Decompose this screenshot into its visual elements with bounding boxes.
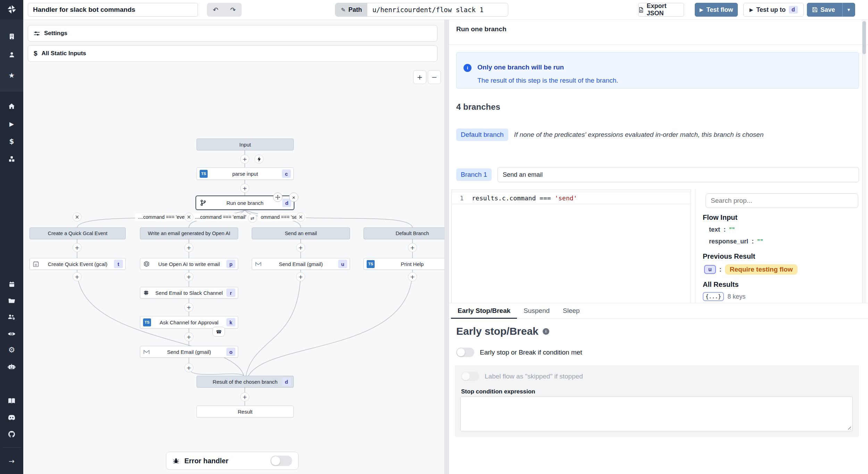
add-step-button[interactable]: + bbox=[240, 184, 249, 193]
search-prop-input[interactable] bbox=[706, 193, 858, 208]
sidebar-item-variables[interactable]: $ bbox=[0, 134, 23, 148]
prop-row-response-url[interactable]: response_url : "" bbox=[709, 238, 763, 245]
tab-early-stop-break[interactable]: Early Stop/Break bbox=[451, 303, 517, 318]
node-parse-input[interactable]: TS parse input c bbox=[197, 167, 294, 180]
add-step-button[interactable]: + bbox=[73, 272, 82, 281]
error-handler-toggle[interactable] bbox=[270, 456, 292, 466]
branch-condition-event[interactable]: ....command === 'event' bbox=[135, 213, 192, 221]
previous-result-row[interactable]: u : Require testing flow bbox=[704, 264, 798, 275]
test-flow-button[interactable]: ▶ Test flow bbox=[695, 3, 738, 17]
sidebar-item-audit-logs[interactable] bbox=[0, 327, 23, 341]
undo-button[interactable]: ↶ bbox=[207, 3, 224, 17]
all-results-row[interactable]: {...} 8 keys bbox=[703, 292, 745, 301]
node-result[interactable]: Result bbox=[197, 406, 294, 417]
flow-settings-button[interactable]: Settings bbox=[28, 25, 437, 42]
trigger-bolt-button[interactable] bbox=[254, 155, 264, 164]
add-step-button[interactable]: + bbox=[296, 272, 305, 281]
add-step-button[interactable]: + bbox=[184, 243, 193, 252]
object-expand-badge[interactable]: {...} bbox=[703, 292, 724, 301]
stop-condition-textarea[interactable] bbox=[460, 397, 853, 431]
sidebar-expand-button[interactable]: → bbox=[0, 454, 23, 468]
error-handler-box[interactable]: Error handler bbox=[166, 452, 299, 470]
add-step-button[interactable]: + bbox=[240, 155, 249, 164]
remove-branch-button[interactable]: × bbox=[73, 213, 82, 222]
delete-step-button[interactable]: × bbox=[289, 193, 299, 202]
branch-header-openai[interactable]: Write an email generated by Open AI bbox=[140, 227, 238, 239]
sidebar-item-folders[interactable] bbox=[0, 294, 23, 308]
branch1-summary-input[interactable] bbox=[498, 167, 859, 182]
node-input[interactable]: Input bbox=[197, 139, 294, 150]
node-label: Ask Channel for Approval bbox=[160, 319, 218, 325]
add-step-button[interactable]: + bbox=[184, 332, 193, 341]
node-openai-write-email[interactable]: Use Open AI to write email p bbox=[140, 258, 238, 270]
remove-branch-button[interactable]: × bbox=[184, 213, 193, 222]
node-create-quick-event[interactable]: 31 Create Quick Event (gcal) t bbox=[30, 258, 126, 270]
test-up-to-button[interactable]: ▶ Test up to d bbox=[743, 3, 804, 17]
tab-suspend[interactable]: Suspend bbox=[517, 303, 556, 318]
panel-scrollbar[interactable] bbox=[862, 20, 866, 303]
move-step-button[interactable] bbox=[273, 193, 283, 202]
add-step-button[interactable]: + bbox=[184, 272, 193, 281]
sidebar-item-resources[interactable] bbox=[0, 152, 23, 166]
pencil-icon: ✎ bbox=[341, 7, 345, 13]
node-send-email-gmail[interactable]: Send Email (gmail) u bbox=[252, 258, 350, 270]
branch-header-label: Send an email bbox=[285, 231, 317, 236]
all-static-inputs-button[interactable]: $ All Static Inputs bbox=[28, 45, 437, 62]
step-id-badge: c bbox=[282, 169, 291, 178]
sidebar-item-user[interactable] bbox=[0, 48, 23, 62]
path-input[interactable] bbox=[367, 3, 508, 16]
export-json-button[interactable]: Export JSON bbox=[638, 3, 684, 17]
save-dropdown-button[interactable]: ▾ bbox=[842, 3, 855, 16]
add-step-button[interactable]: + bbox=[184, 363, 193, 372]
node-send-email-gmail-2[interactable]: Send Email (gmail) o bbox=[140, 346, 238, 358]
branch-condition-email[interactable]: ....command === 'email' bbox=[192, 213, 249, 221]
prop-row-text[interactable]: text : "" bbox=[709, 226, 735, 233]
remove-branch-button[interactable]: × bbox=[296, 213, 305, 222]
branch-header-email[interactable]: Send an email bbox=[252, 227, 350, 239]
sidebar-item-favorites[interactable]: ★ bbox=[0, 68, 23, 82]
early-stop-toggle[interactable] bbox=[456, 348, 474, 357]
previous-step-id-badge[interactable]: u bbox=[704, 265, 716, 274]
node-result-of-branch[interactable]: Result of the chosen branch d bbox=[197, 376, 294, 388]
node-ask-channel-approval[interactable]: TS Ask Channel for Approval k bbox=[140, 316, 238, 329]
add-step-button[interactable]: + bbox=[240, 392, 249, 401]
node-send-email-slack[interactable]: Send Email to Slack Channel r bbox=[140, 287, 238, 299]
add-step-button[interactable]: + bbox=[73, 243, 82, 252]
sidebar-item-workers[interactable] bbox=[0, 359, 23, 373]
sidebar-item-discord[interactable] bbox=[0, 410, 23, 424]
branch-header-label: Create a Quick Gcal Event bbox=[48, 231, 108, 236]
sidebar-item-groups[interactable] bbox=[0, 310, 23, 324]
panel-scrollbar-thumb[interactable] bbox=[862, 21, 866, 54]
add-step-button[interactable]: + bbox=[296, 243, 305, 252]
sidebar-item-schedules[interactable] bbox=[0, 277, 23, 291]
sidebar-item-runs[interactable]: ▶ bbox=[0, 117, 23, 131]
branch-header-default[interactable]: Default Branch bbox=[364, 227, 444, 239]
add-step-button[interactable]: + bbox=[408, 272, 417, 281]
branch-header-gcal[interactable]: Create a Quick Gcal Event bbox=[30, 227, 126, 239]
suspend-approval-badge[interactable]: ☎ bbox=[212, 327, 225, 336]
skipped-toggle[interactable] bbox=[461, 372, 479, 381]
pane-resize-gutter[interactable] bbox=[444, 20, 449, 474]
code-line[interactable]: 1 results.c.command === 'send' bbox=[452, 192, 691, 204]
sidebar-item-docs[interactable] bbox=[0, 394, 23, 408]
sidebar-item-workspace[interactable] bbox=[0, 30, 23, 43]
swap-branch-button[interactable]: ⇄ bbox=[248, 214, 257, 223]
windmill-logo[interactable] bbox=[0, 2, 23, 16]
info-icon: i bbox=[543, 328, 549, 335]
path-button[interactable]: ✎ Path bbox=[335, 3, 367, 16]
redo-button[interactable]: ↷ bbox=[224, 3, 242, 17]
flow-title-input[interactable] bbox=[28, 3, 198, 17]
predicate-code-editor[interactable]: 1 results.c.command === 'send' bbox=[451, 190, 691, 303]
save-button[interactable]: Save bbox=[807, 3, 839, 16]
sidebar-item-home[interactable] bbox=[0, 99, 23, 113]
zoom-out-button[interactable]: − bbox=[428, 70, 441, 84]
node-print-help[interactable]: TS Print Help bbox=[364, 258, 444, 270]
add-step-button[interactable]: + bbox=[184, 303, 193, 312]
sidebar-item-settings[interactable]: ⚙ bbox=[0, 343, 23, 357]
add-step-button[interactable]: + bbox=[408, 243, 417, 252]
flow-canvas[interactable]: Settings $ All Static Inputs + − bbox=[23, 20, 444, 474]
sidebar-item-github[interactable] bbox=[0, 427, 23, 441]
tab-sleep[interactable]: Sleep bbox=[556, 303, 586, 318]
zoom-in-button[interactable]: + bbox=[413, 70, 426, 84]
branch-header-label: Default Branch bbox=[396, 231, 429, 236]
